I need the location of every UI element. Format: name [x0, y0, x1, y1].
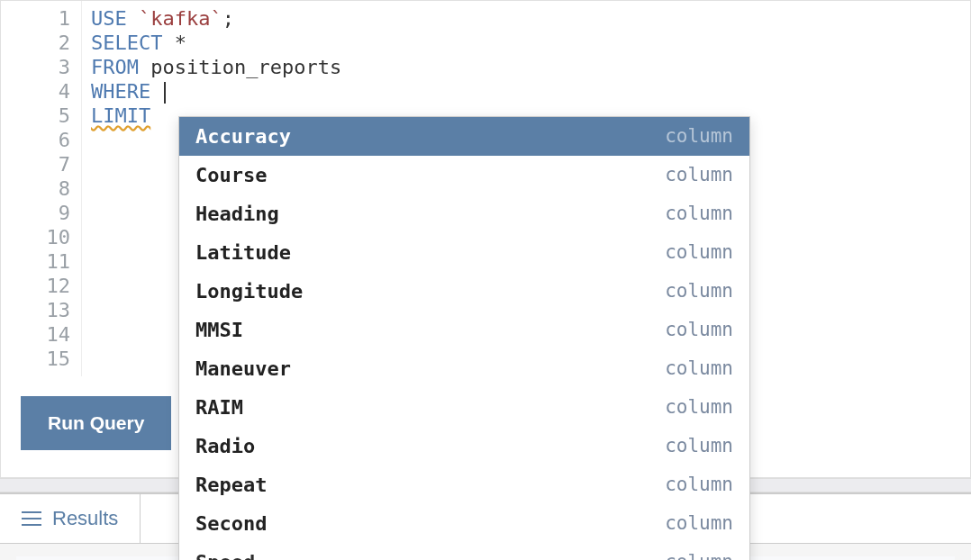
gutter-line-number: 10 — [1, 225, 70, 249]
code-token: WHERE — [91, 80, 150, 103]
autocomplete-item-label: Course — [195, 163, 267, 187]
gutter-line-number: 15 — [1, 347, 70, 371]
code-line[interactable]: USE `kafka`; — [91, 6, 961, 31]
autocomplete-item[interactable]: Radiocolumn — [179, 427, 749, 465]
autocomplete-item-type: column — [665, 318, 733, 342]
autocomplete-item[interactable]: Repeatcolumn — [179, 465, 749, 504]
autocomplete-item-type: column — [665, 202, 733, 226]
autocomplete-item-type: column — [665, 357, 733, 381]
autocomplete-item-type: column — [665, 473, 733, 497]
tab-results-label: Results — [52, 507, 118, 530]
text-cursor — [164, 82, 166, 104]
autocomplete-item[interactable]: Maneuvercolumn — [179, 349, 749, 388]
code-line[interactable]: SELECT * — [91, 31, 961, 55]
code-editor[interactable]: 123456789101112131415 USE `kafka`;SELECT… — [1, 1, 970, 376]
code-token: USE — [91, 7, 127, 30]
tab-results[interactable]: Results — [0, 494, 141, 543]
editor-panel: 123456789101112131415 USE `kafka`;SELECT… — [0, 0, 971, 478]
autocomplete-item[interactable]: Coursecolumn — [179, 156, 749, 194]
autocomplete-item-type: column — [665, 511, 733, 536]
gutter-line-number: 2 — [1, 31, 70, 55]
autocomplete-item-label: Repeat — [195, 473, 267, 497]
autocomplete-item-label: Radio — [195, 434, 255, 458]
code-token: LIMIT — [91, 104, 150, 127]
hamburger-icon — [22, 511, 41, 526]
autocomplete-item-type: column — [665, 163, 733, 187]
run-query-button[interactable]: Run Query — [21, 396, 171, 450]
gutter-line-number: 1 — [1, 6, 70, 31]
code-token: ; — [222, 7, 234, 30]
autocomplete-item-type: column — [665, 240, 733, 265]
autocomplete-item-type: column — [665, 124, 733, 149]
autocomplete-item-type: column — [665, 550, 733, 560]
gutter-line-number: 9 — [1, 201, 70, 225]
code-token: `kafka` — [139, 7, 222, 30]
autocomplete-item-label: Latitude — [195, 240, 291, 265]
gutter-line-number: 13 — [1, 298, 70, 322]
code-token: SELECT — [91, 32, 162, 54]
gutter-line-number: 5 — [1, 104, 70, 128]
autocomplete-item-type: column — [665, 279, 733, 303]
code-token: position_reports — [150, 56, 341, 78]
gutter-line-number: 12 — [1, 274, 70, 298]
gutter-line-number: 8 — [1, 176, 70, 201]
line-gutter: 123456789101112131415 — [1, 1, 82, 376]
autocomplete-item[interactable]: Speedcolumn — [179, 543, 749, 560]
gutter-line-number: 14 — [1, 322, 70, 347]
autocomplete-item[interactable]: Latitudecolumn — [179, 233, 749, 272]
code-token: FROM — [91, 56, 139, 78]
autocomplete-item[interactable]: Accuracycolumn — [179, 117, 749, 156]
autocomplete-item-label: RAIM — [195, 395, 243, 420]
autocomplete-item-type: column — [665, 395, 733, 420]
autocomplete-item-label: Longitude — [195, 279, 303, 303]
autocomplete-item-label: Speed — [195, 550, 255, 560]
code-token: * — [175, 32, 186, 54]
autocomplete-item[interactable]: MMSIcolumn — [179, 311, 749, 349]
autocomplete-item[interactable]: Headingcolumn — [179, 194, 749, 233]
autocomplete-item[interactable]: Secondcolumn — [179, 504, 749, 543]
gutter-line-number: 11 — [1, 249, 70, 274]
autocomplete-item[interactable]: RAIMcolumn — [179, 388, 749, 427]
autocomplete-item-label: MMSI — [195, 318, 243, 342]
autocomplete-item-label: Accuracy — [195, 124, 291, 149]
autocomplete-item-type: column — [665, 434, 733, 458]
code-line[interactable]: FROM position_reports — [91, 55, 961, 79]
gutter-line-number: 6 — [1, 128, 70, 152]
autocomplete-item-label: Heading — [195, 202, 279, 226]
autocomplete-item-label: Second — [195, 511, 267, 536]
autocomplete-item[interactable]: Longitudecolumn — [179, 272, 749, 311]
gutter-line-number: 4 — [1, 79, 70, 104]
gutter-line-number: 3 — [1, 55, 70, 79]
code-line[interactable]: WHERE — [91, 79, 961, 104]
gutter-line-number: 7 — [1, 152, 70, 176]
autocomplete-item-label: Maneuver — [195, 357, 291, 381]
autocomplete-popup[interactable]: AccuracycolumnCoursecolumnHeadingcolumnL… — [178, 116, 750, 560]
